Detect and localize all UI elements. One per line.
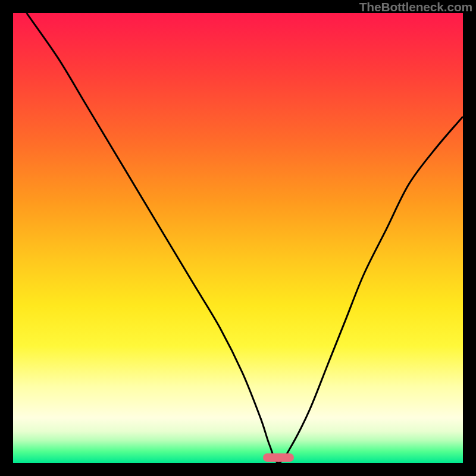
attribution-text: TheBottleneck.com (359, 0, 472, 14)
chart-curve (13, 13, 463, 463)
optimal-point-marker (263, 453, 294, 462)
bottleneck-curve-path (27, 13, 463, 463)
chart-frame (13, 13, 463, 463)
